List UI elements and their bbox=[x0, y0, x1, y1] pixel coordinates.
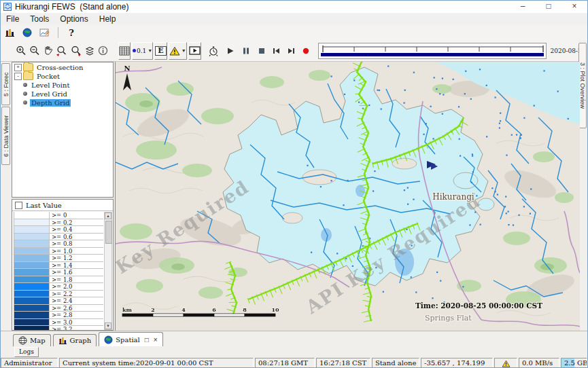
tab-spatial[interactable]: Spatial □ × bbox=[99, 332, 162, 346]
tab-graph[interactable]: Graph bbox=[53, 334, 97, 346]
step-back-button[interactable] bbox=[271, 42, 281, 60]
legend-scrollbar[interactable]: ▲ ▼ bbox=[104, 212, 112, 330]
help-button[interactable]: ? bbox=[63, 26, 80, 39]
menu-file[interactable]: File bbox=[1, 14, 24, 24]
legend-swatch bbox=[14, 234, 50, 240]
tree-row-level-grid[interactable]: Level Grid bbox=[22, 90, 113, 98]
close-button[interactable]: × bbox=[561, 1, 587, 13]
zoom-in-button[interactable] bbox=[15, 42, 27, 60]
legend-letter: E bbox=[155, 46, 166, 56]
step-forward-button[interactable] bbox=[286, 42, 296, 60]
legend-label: >= 2.0 bbox=[50, 283, 103, 290]
legend-toggle-button[interactable]: E bbox=[154, 42, 167, 60]
timeline-range-bar[interactable] bbox=[321, 53, 544, 56]
spatial-display-button[interactable] bbox=[18, 26, 36, 39]
svg-text:6: 6 bbox=[212, 306, 216, 313]
grid-display-button[interactable] bbox=[36, 26, 54, 39]
legend-row: >= 3.2 bbox=[14, 326, 103, 331]
animation-button[interactable] bbox=[188, 42, 201, 60]
tab-map[interactable]: Map bbox=[13, 334, 51, 346]
stop-button[interactable] bbox=[257, 42, 266, 60]
app-icon bbox=[3, 3, 12, 11]
left-tab-strip: 5 : Forec 6 : Data Viewer bbox=[1, 62, 12, 331]
pan-button[interactable] bbox=[42, 42, 54, 60]
status-warning-button[interactable] bbox=[494, 358, 517, 368]
legend-label: >= 1.0 bbox=[50, 248, 103, 255]
legend-row: >= 2.4 bbox=[14, 297, 103, 305]
timeline-slider[interactable] bbox=[318, 43, 547, 59]
tab-restore-button[interactable]: □ bbox=[145, 336, 149, 344]
layers-button[interactable] bbox=[84, 42, 96, 60]
zoom-out-button[interactable] bbox=[29, 42, 41, 60]
tab-data-viewer[interactable]: 6 : Data Viewer bbox=[1, 107, 10, 165]
map-viewport[interactable]: API Key Required API Key Required Hikura… bbox=[115, 62, 580, 331]
left-panel: + Cross-section - Pocket Level Point Lev… bbox=[12, 62, 115, 331]
status-gmt-time: 08:27:18 GMT bbox=[255, 358, 315, 368]
chevron-down-icon: ▼ bbox=[148, 48, 152, 53]
warning-icon bbox=[169, 46, 180, 56]
menu-tools[interactable]: Tools bbox=[24, 14, 54, 24]
legend-label: >= 1.6 bbox=[50, 269, 103, 276]
legend-label: >= 0.6 bbox=[50, 234, 103, 240]
tree-label: Level Grid bbox=[30, 90, 69, 98]
zoom-history-forward-icon bbox=[70, 45, 82, 56]
map-image: API Key Required API Key Required Hikura… bbox=[116, 62, 580, 331]
wireframe-globe-icon bbox=[18, 336, 27, 345]
interval-dot-icon bbox=[133, 49, 136, 52]
pause-button[interactable] bbox=[241, 42, 251, 60]
last-value-checkbox[interactable] bbox=[15, 202, 22, 209]
tree-row-pocket[interactable]: - Pocket bbox=[12, 72, 113, 80]
legend-label: >= 3.0 bbox=[50, 319, 103, 326]
app-window: Hikurangi FEWS (Stand alone) – □ × File … bbox=[0, 0, 588, 368]
status-transfer-rate: 0.0 MB/s bbox=[519, 358, 559, 368]
tree-row-depth-grid[interactable]: Depth Grid bbox=[22, 98, 113, 107]
scroll-down-button[interactable]: ▼ bbox=[105, 323, 111, 329]
legend-label: >= 0.2 bbox=[50, 219, 103, 226]
legend-row: >= 1.4 bbox=[14, 262, 103, 270]
node-bullet-icon bbox=[23, 92, 27, 96]
scroll-up-button[interactable]: ▲ bbox=[105, 213, 111, 219]
record-icon bbox=[302, 47, 310, 55]
tree-label: Pocket bbox=[35, 73, 61, 80]
bar-chart-icon bbox=[58, 336, 67, 345]
legend-swatch bbox=[14, 219, 50, 226]
play-button[interactable] bbox=[226, 42, 235, 60]
zoom-next-button[interactable] bbox=[69, 42, 82, 60]
menu-options[interactable]: Options bbox=[54, 14, 93, 24]
tree-row-level-point[interactable]: Level Point bbox=[22, 81, 113, 89]
legend-row: >= 0.4 bbox=[14, 226, 103, 234]
minimize-button[interactable]: – bbox=[510, 1, 536, 13]
legend-swatch bbox=[14, 212, 50, 219]
interval-dropdown[interactable]: 0.1 ▼ bbox=[132, 42, 153, 60]
timer-button[interactable] bbox=[207, 42, 220, 60]
bar-chart-icon bbox=[5, 28, 15, 37]
layers-icon bbox=[84, 46, 95, 56]
tab-close-button[interactable]: × bbox=[154, 336, 158, 344]
database-display-button[interactable] bbox=[1, 26, 18, 39]
scroll-thumb[interactable] bbox=[105, 221, 112, 244]
svg-text:8: 8 bbox=[243, 306, 247, 313]
menu-help[interactable]: Help bbox=[94, 14, 122, 24]
zoom-previous-button[interactable] bbox=[55, 42, 68, 60]
collapse-toggle[interactable]: - bbox=[14, 73, 22, 80]
legend-label: >= 2.6 bbox=[50, 305, 103, 312]
toolbar-separator bbox=[58, 27, 58, 38]
status-local-time: 16:27:18 CST bbox=[316, 358, 370, 368]
logs-button[interactable]: Logs bbox=[14, 347, 39, 357]
play-icon bbox=[226, 47, 235, 55]
maximize-button[interactable]: □ bbox=[536, 1, 561, 13]
info-button[interactable] bbox=[97, 42, 109, 60]
legend-swatch bbox=[14, 255, 50, 261]
legend-header: Last Value bbox=[12, 200, 113, 211]
record-button[interactable] bbox=[301, 42, 311, 60]
tab-forecast[interactable]: 5 : Forec bbox=[1, 63, 10, 105]
legend-row: >= 0 bbox=[14, 212, 103, 219]
legend-swatch bbox=[14, 312, 50, 318]
expand-toggle[interactable]: + bbox=[14, 64, 22, 71]
legend-title: Last Value bbox=[26, 202, 62, 209]
warning-dropdown[interactable]: ▼ bbox=[169, 42, 187, 60]
show-grid-button[interactable] bbox=[118, 42, 131, 60]
legend-rows: >= 0>= 0.2>= 0.4>= 0.6>= 0.8>= 1.0>= 1.2… bbox=[14, 212, 103, 331]
legend-row: >= 1.2 bbox=[14, 255, 103, 262]
tree-label: Level Point bbox=[30, 81, 71, 89]
